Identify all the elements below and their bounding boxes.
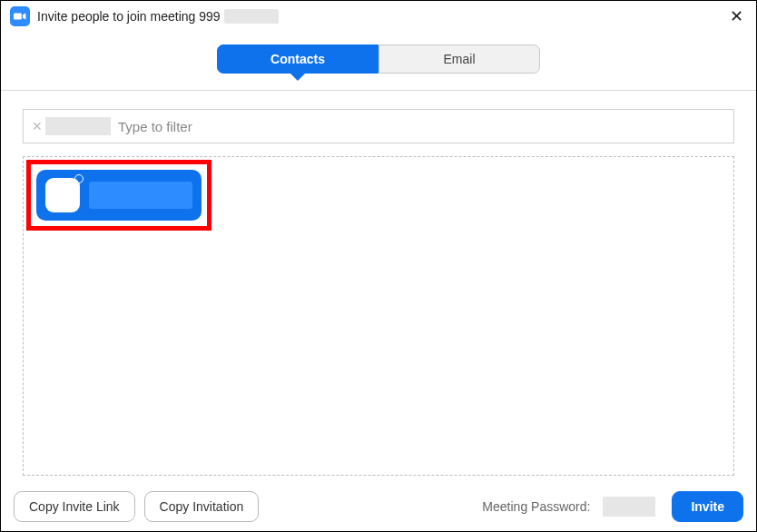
- copy-invitation-button[interactable]: Copy Invitation: [144, 491, 260, 522]
- filter-input[interactable]: [116, 118, 728, 135]
- avatar: [45, 178, 80, 212]
- contact-name-redacted: [89, 182, 192, 209]
- tabgroup: Contacts Email: [217, 44, 540, 74]
- selected-contact-chip[interactable]: ✕: [29, 117, 111, 135]
- filter-bar: ✕: [23, 109, 734, 143]
- close-button[interactable]: ✕: [730, 8, 743, 25]
- tab-contacts[interactable]: Contacts: [217, 44, 378, 74]
- invite-button-label: Invite: [691, 499, 724, 514]
- tab-email-label: Email: [443, 52, 475, 66]
- window-title-redacted: [224, 9, 279, 24]
- window-title: Invite people to join meeting 999: [37, 9, 279, 24]
- footer: Copy Invite Link Copy Invitation Meeting…: [1, 482, 756, 531]
- titlebar: Invite people to join meeting 999 ✕: [1, 1, 756, 32]
- meeting-password-redacted: [603, 497, 655, 517]
- content: ✕: [1, 91, 756, 476]
- window-title-text: Invite people to join meeting 999: [37, 9, 221, 24]
- zoom-app-icon: [10, 6, 30, 26]
- meeting-password-label: Meeting Password:: [482, 499, 590, 514]
- tabbar: Contacts Email: [1, 32, 756, 91]
- chip-label-redacted: [45, 117, 111, 135]
- copy-invitation-label: Copy Invitation: [160, 499, 244, 514]
- contacts-area: [23, 156, 734, 476]
- copy-invite-link-label: Copy Invite Link: [29, 499, 120, 514]
- invite-button[interactable]: Invite: [672, 491, 743, 522]
- svg-rect-0: [14, 14, 22, 20]
- chip-remove-icon[interactable]: ✕: [29, 118, 45, 134]
- contact-card[interactable]: [36, 170, 202, 221]
- highlight-annotation: [26, 160, 211, 231]
- copy-invite-link-button[interactable]: Copy Invite Link: [14, 491, 135, 522]
- tab-email[interactable]: Email: [378, 44, 540, 74]
- tab-contacts-label: Contacts: [270, 52, 325, 66]
- presence-indicator-icon: [74, 174, 84, 183]
